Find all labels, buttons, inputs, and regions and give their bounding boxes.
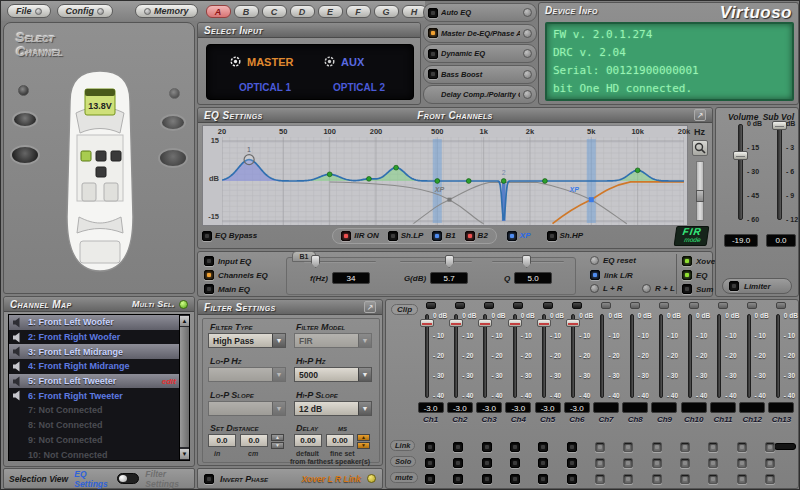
eq-reset-button[interactable]: EQ reset [590,256,636,265]
input-master-option[interactable]: MASTER [229,55,293,68]
fader-track[interactable] [747,314,751,398]
fader-value[interactable] [593,402,619,413]
scrollbar-thumb[interactable] [180,327,189,447]
toggle-checkbox[interactable] [507,231,517,241]
input-eq-checkbox[interactable] [204,256,214,266]
delay-default-input[interactable]: 0.00 [294,434,322,447]
preset-button-b[interactable]: B [234,5,259,18]
solo-checkbox-ch13[interactable] [765,458,775,468]
mute-checkbox-ch9[interactable] [652,474,662,484]
mute-checkbox-ch3[interactable] [482,474,492,484]
solo-checkbox-ch1[interactable] [425,458,435,468]
preset-button-e[interactable]: E [318,5,343,18]
channel-map-row[interactable]: 1: Front Left Woofer [9,315,179,330]
processing-checkbox[interactable] [428,8,438,18]
fader-value[interactable] [710,402,736,413]
channel-map-row[interactable]: 7: Not Connected [9,403,179,418]
expand-icon[interactable]: ↗ [364,301,376,313]
fader-track[interactable] [454,314,458,398]
mute-checkbox-ch8[interactable] [623,474,633,484]
input-eq-toggle[interactable]: Input EQ [204,256,251,266]
processing-item[interactable]: Auto EQ [423,3,537,22]
multi-sel-led[interactable] [179,300,188,309]
solo-checkbox-ch9[interactable] [652,458,662,468]
distance-cm-input[interactable]: 0.0 [240,434,268,447]
q-slider-knob[interactable] [522,255,531,268]
toggle-checkbox[interactable] [547,231,557,241]
eq-graph[interactable]: 15 dB -15 20501002005001k2k5k10k20k XPXP… [202,125,688,226]
sub-vol-slider-handle[interactable] [772,121,787,130]
expand-icon[interactable]: ↗ [694,109,706,121]
frequency-slider-knob[interactable] [311,255,320,268]
channels-eq-checkbox[interactable] [204,270,214,280]
lop-slope-select[interactable]: ▼ [208,401,286,416]
graph-zoom-thumb[interactable] [696,190,704,202]
processing-item[interactable]: Bass Boost [423,65,537,84]
fader-value[interactable]: -3.0 [505,402,531,413]
show-xover-checkbox[interactable] [682,256,692,266]
scroll-up-icon[interactable]: ▲ [180,316,189,326]
channels-eq-toggle[interactable]: Channels EQ [204,270,268,280]
eq-filter-toggle-b2[interactable]: B2 [465,231,488,241]
fader-value[interactable]: -3.0 [476,402,502,413]
fader-track[interactable] [542,314,546,398]
channel-map-row[interactable]: 2: Front Right Woofer [9,330,179,345]
invert-phase-checkbox[interactable] [204,474,214,484]
fader-track[interactable] [513,314,517,398]
fader-track[interactable] [483,314,487,398]
channel-map-row[interactable]: 5: Front Left Tweeteredit [9,374,179,389]
channel-map-row[interactable]: 9: Not Connected [9,433,179,448]
mute-checkbox-ch11[interactable] [708,474,718,484]
q-value[interactable]: 5.0 [514,272,552,284]
link-lr-checkbox[interactable] [590,270,600,280]
preset-button-a[interactable]: A [206,5,231,18]
link-checkbox-ch10[interactable] [680,442,690,452]
link-checkbox-ch3[interactable] [482,442,492,452]
fader-value[interactable] [681,402,707,413]
solo-checkbox-ch12[interactable] [737,458,747,468]
eq-filter-toggle-xp[interactable]: XP [507,231,531,241]
frequency-value[interactable]: 34 [332,272,370,284]
fader-track[interactable] [425,314,429,398]
gain-value[interactable]: 5.7 [430,272,468,284]
input-optical1-option[interactable]: OPTICAL 1 [239,82,291,93]
fader-track[interactable] [600,314,604,398]
mute-checkbox-ch2[interactable] [453,474,463,484]
limiter-checkbox[interactable] [729,281,739,291]
link-checkbox-ch13[interactable] [765,442,775,452]
midrange-right-icon[interactable] [160,114,186,131]
show-sum-toggle[interactable]: Sum [682,284,713,294]
main-eq-toggle[interactable]: Main EQ [204,284,250,294]
hip-hz-select[interactable]: 5000▼ [294,367,372,382]
fader-handle[interactable] [449,319,463,327]
selection-view-toggle[interactable] [117,473,139,484]
fader-handle[interactable] [420,319,434,327]
solo-checkbox-ch6[interactable] [567,458,577,468]
link-checkbox-ch8[interactable] [623,442,633,452]
preset-button-f[interactable]: F [346,5,371,18]
fader-track[interactable] [571,314,575,398]
solo-checkbox-ch10[interactable] [680,458,690,468]
fader-value[interactable]: -3.0 [564,402,590,413]
distance-stepper[interactable]: ▲▼ [271,434,284,447]
delay-fine-input[interactable]: 0.00 [326,434,354,447]
gain-slider[interactable] [400,255,472,269]
select-arrow-icon[interactable]: ▼ [272,334,285,347]
channel-map-row[interactable]: 6: Front Right Tweeter [9,388,179,403]
solo-checkbox-ch3[interactable] [482,458,492,468]
fader-handle[interactable] [508,319,522,327]
solo-checkbox-ch8[interactable] [623,458,633,468]
main-eq-checkbox[interactable] [204,284,214,294]
solo-checkbox-ch5[interactable] [538,458,548,468]
woofer-right-icon[interactable] [158,148,188,168]
mute-checkbox-ch7[interactable] [595,474,605,484]
selection-view-eq-settings[interactable]: EQ Settings [74,469,111,489]
fader-handle[interactable] [478,319,492,327]
channel-map-row[interactable]: 8: Not Connected [9,418,179,433]
tweeter-left-icon[interactable] [18,85,29,96]
link-checkbox-ch4[interactable] [510,442,520,452]
mute-checkbox-ch1[interactable] [425,474,435,484]
processing-checkbox[interactable] [428,28,438,38]
select-arrow-icon[interactable]: ▼ [358,402,371,415]
filter-model-select[interactable]: FIR▼ [294,333,372,348]
